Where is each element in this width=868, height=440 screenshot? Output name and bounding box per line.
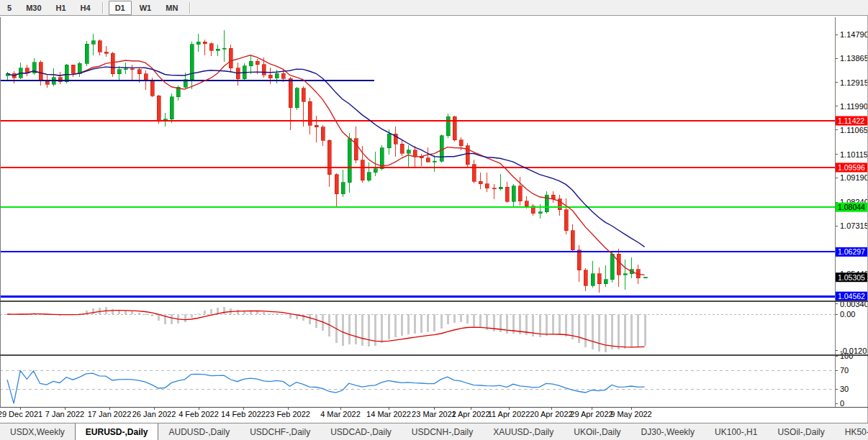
timeframe-button-mn[interactable]: MN	[159, 1, 184, 15]
macd-main-value: -0.008915	[71, 311, 109, 320]
timeframe-button-d1[interactable]: D1	[109, 1, 132, 15]
macd-histogram-bar	[605, 314, 607, 352]
timeframe-button-m30[interactable]: M30	[19, 1, 48, 15]
macd-histogram-bar	[394, 314, 397, 337]
candle-body	[6, 73, 9, 75]
macd-histogram-bar	[171, 314, 173, 324]
candle-body	[163, 119, 167, 121]
chart-tab-dj30-weekly[interactable]: DJ30-,Weekly	[631, 423, 705, 440]
macd-histogram-bar	[578, 314, 580, 343]
macd-histogram-bar	[309, 314, 311, 324]
chart-dropdown-icon[interactable]: ▼	[14, 32, 19, 38]
macd-histogram-bar	[539, 314, 541, 337]
candle-body	[78, 63, 81, 73]
chart-symbol-label: EURUSD-,Daily	[22, 29, 83, 40]
candle-body	[446, 116, 450, 135]
macd-histogram-bar	[361, 314, 363, 346]
macd-histogram-bar	[512, 314, 515, 334]
chart-tab-usdx-weekly[interactable]: USDX,Weekly	[0, 423, 75, 440]
chart-tab-ukoil-daily[interactable]: UKOil-,Daily	[564, 423, 630, 440]
macd-histogram-bar	[296, 314, 298, 319]
candle-body	[335, 175, 338, 194]
chart-canvas[interactable]: 1.147901.138651.129151.119901.110651.101…	[0, 16, 868, 423]
price-axis-tick-label: 1.11065	[840, 126, 868, 134]
candle-body	[176, 87, 180, 97]
macd-histogram-bar	[289, 314, 291, 318]
macd-histogram-bar	[355, 314, 357, 344]
chart-tab-usdcnh-daily[interactable]: USDCNH-,Daily	[402, 423, 483, 440]
candle-body	[104, 52, 108, 53]
candle-body	[643, 278, 647, 278]
macd-histogram-bar	[427, 314, 429, 332]
timeframe-button-h1[interactable]: H1	[50, 1, 73, 15]
macd-histogram-bar	[302, 314, 304, 321]
date-axis-label: 29 Apr 2022	[570, 410, 612, 418]
macd-histogram-bar	[611, 314, 613, 349]
macd-histogram-bar	[584, 314, 587, 347]
price-axis-tick-label: 1.14790	[840, 30, 868, 39]
price-level-flag	[836, 272, 867, 282]
candle-body	[453, 116, 456, 139]
macd-indicator-label: MACD(12,26,9) -0.008915 -0.010152	[2, 303, 148, 329]
macd-histogram-bar	[447, 314, 449, 324]
rsi-pane-splitter	[0, 354, 868, 356]
rsi-axis-label: 30	[840, 385, 849, 393]
date-axis-label: 4 Mar 2022	[320, 410, 361, 418]
timeframe-button-h4[interactable]: H4	[74, 1, 97, 15]
toolbar-separator	[102, 2, 104, 14]
macd-histogram-bar	[440, 314, 443, 329]
price-axis-tick-label: 1.08240	[840, 198, 868, 206]
chart-tab-usdchf-daily[interactable]: USDCHF-,Daily	[240, 423, 320, 440]
candle-body	[361, 160, 364, 180]
candle-body	[630, 270, 633, 274]
macd-histogram-bar	[532, 314, 534, 336]
candle-body	[256, 61, 259, 65]
price-axis-tick-label: 1.07315	[840, 221, 868, 230]
price-level-flag-label: 1.11422	[838, 116, 864, 125]
chart-title: ▼EURUSD-,Daily 1.05280 1.05318 1.05261 1…	[4, 19, 220, 50]
candle-body	[407, 150, 410, 153]
price-level-flag	[836, 247, 867, 257]
macd-histogram-bar	[322, 314, 324, 331]
candle-body	[571, 231, 574, 250]
candle-body	[190, 45, 194, 80]
candle-body	[400, 144, 404, 153]
timeframe-button-w1[interactable]: W1	[133, 1, 158, 15]
timeframe-button-5[interactable]: 5	[1, 1, 18, 15]
candle-body	[124, 69, 127, 70]
macd-histogram-bar	[263, 312, 265, 314]
macd-histogram-bar	[276, 313, 278, 314]
chart-tab-uk100-h1[interactable]: UK100-,H1	[705, 423, 767, 440]
macd-histogram-bar	[592, 314, 594, 349]
chart-tab-xauusd-daily[interactable]: XAUUSD-,Daily	[483, 423, 564, 440]
candle-body	[374, 169, 377, 173]
chart-tab-usdcad-daily[interactable]: USDCAD-,Daily	[320, 423, 402, 440]
price-axis-tick-label: 1.09190	[840, 173, 868, 182]
chart-tab-audusd-daily[interactable]: AUDUSD-,Daily	[158, 423, 240, 440]
candle-body	[52, 78, 55, 85]
macd-histogram-bar	[407, 314, 410, 334]
candle-body	[262, 65, 266, 75]
chart-tab-usoil-daily[interactable]: USOil-,Daily	[767, 423, 834, 440]
macd-name: MACD(12,26,9)	[12, 311, 69, 320]
candle-body	[144, 74, 148, 81]
candle-body	[117, 70, 121, 74]
macd-histogram-bar	[618, 314, 620, 349]
rsi-axis-label: 0	[840, 399, 844, 408]
macd-pane-splitter	[0, 301, 868, 302]
price-level-flag	[836, 203, 867, 212]
macd-histogram-bar	[630, 314, 633, 347]
macd-axis-label: -0.01205	[840, 347, 868, 355]
price-level-flag	[836, 116, 867, 126]
candle-body	[275, 73, 279, 78]
macd-histogram-bar	[571, 314, 574, 339]
price-level-flag-label: 1.04562	[838, 292, 865, 301]
chart-tab-eurusd-daily[interactable]: EURUSD-,Daily	[75, 423, 159, 440]
chart-tab-hk50-h[interactable]: HK50-,H	[835, 423, 868, 440]
candle-body	[184, 80, 187, 88]
candle-body	[348, 139, 351, 183]
candle-body	[499, 187, 502, 188]
macd-histogram-bar	[552, 314, 554, 334]
date-axis-label: 23 Mar 2022	[412, 410, 456, 418]
rsi-indicator-label: RSI(14) 36.8105	[2, 357, 72, 383]
